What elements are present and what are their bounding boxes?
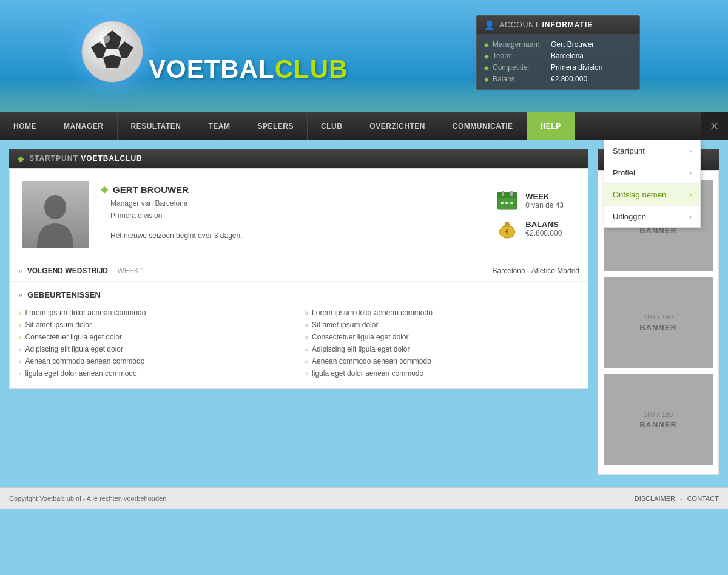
section-header: ◆ STARTPUNT VOETBALCLUB	[9, 149, 588, 168]
event-bullet-icon: »	[18, 322, 22, 328]
event-bullet-icon: »	[305, 370, 309, 377]
manager-value: Gert Brouwer	[551, 40, 594, 49]
events-bullet-icon: »	[18, 290, 22, 299]
nav-item-team[interactable]: TEAM	[195, 112, 244, 140]
account-box-header: 👤 ACCOUNT INFORMATIE	[477, 16, 639, 34]
account-team-row: ◆ Team: Barcelona	[484, 52, 632, 60]
profile-area: ◆ GERT BROUWER Manager van Barcelona Pri…	[10, 169, 588, 260]
list-item: »Aenean commodo aenean commodo	[305, 355, 580, 367]
account-manager-row: ◆ Managernaam: Gert Brouwer	[484, 40, 632, 49]
list-item: »Sit amet ipsum dolor	[18, 319, 293, 331]
section-header-text: STARTPUNT VOETBALCLUB	[29, 154, 143, 163]
svg-rect-12	[500, 202, 504, 204]
site-title-club: CLUB	[275, 55, 348, 83]
nav-item-resultaten[interactable]: RESULTATEN	[118, 112, 195, 140]
chevron-right-icon: ›	[689, 169, 692, 177]
list-item: »ligula eget dolor aenean commodo	[305, 367, 580, 379]
nav-item-spelers[interactable]: SPELERS	[244, 112, 308, 140]
footer-contact-link[interactable]: CONTACT	[687, 495, 719, 502]
list-item: »Lorem ipsum dolor aenean commodo	[18, 307, 293, 319]
bullet-icon: ◆	[484, 53, 489, 60]
nav-close-button[interactable]: ✕	[701, 112, 728, 140]
profile-role: Manager van Barcelona	[110, 197, 472, 209]
event-bullet-icon: »	[18, 346, 22, 353]
dropdown-item-startpunt[interactable]: Startpunt ›	[604, 140, 700, 162]
event-bullet-icon: »	[305, 334, 309, 341]
bullet-icon: ◆	[484, 76, 489, 83]
match-bullet-icon: »	[18, 267, 22, 275]
event-bullet-icon: »	[305, 346, 309, 353]
next-match-row: » VOLGEND WEDSTRIJD - WEEK 1 Barcelona -…	[10, 260, 588, 282]
bullet-icon: ◆	[484, 41, 489, 48]
chevron-right-icon: ›	[689, 191, 692, 199]
events-grid: »Lorem ipsum dolor aenean commodo »Sit a…	[18, 307, 579, 379]
list-item: »Consectetuer ligula eget dolor	[18, 331, 293, 343]
account-header-text: ACCOUNT INFORMATIE	[499, 21, 593, 29]
name-bullet-icon: ◆	[101, 184, 108, 195]
footer-copyright: Copyright Voetbalclub.nl - Alle rechten …	[9, 495, 166, 502]
next-match-value: Barcelona - Atletico Madrid	[493, 267, 579, 275]
team-value: Barcelona	[551, 52, 584, 60]
stats-area: WEEK 0 van de 43 €	[484, 181, 576, 248]
nav-item-communicatie[interactable]: COMMUNICATIE	[439, 112, 527, 140]
dropdown-item-profiel[interactable]: Profiel ›	[604, 162, 700, 184]
nav-item-help[interactable]: HELP	[527, 112, 575, 140]
nav-item-club[interactable]: CLUB	[308, 112, 356, 140]
help-dropdown: Startpunt › Profiel › Ontslag nemen › Ui…	[604, 140, 701, 228]
section-bullet-icon: ◆	[18, 154, 24, 163]
banner-3: 180 x 150 BANNER	[604, 374, 713, 465]
event-bullet-icon: »	[305, 358, 309, 365]
balance-stat: € BALANS €2.800.000	[496, 217, 564, 239]
list-item: »Consectetuer ligula eget dolor	[305, 331, 580, 343]
chevron-right-icon: ›	[689, 147, 692, 155]
event-bullet-icon: »	[305, 310, 309, 316]
chevron-right-icon: ›	[689, 213, 692, 221]
site-title: VOETBALCLUB	[149, 55, 348, 84]
week-stat: WEEK 0 van de 43	[496, 189, 564, 211]
account-info-box: 👤 ACCOUNT INFORMATIE ◆ Managernaam: Gert…	[476, 15, 640, 90]
svg-text:€: €	[506, 228, 510, 235]
list-item: »Adipiscing elit ligula eget dolor	[18, 343, 293, 355]
event-bullet-icon: »	[18, 370, 22, 377]
footer-links: DISCLAIMER - CONTACT	[635, 495, 719, 502]
balance-value: €2.800.000	[551, 75, 587, 83]
balance-stat-text: BALANS €2.800.000	[525, 220, 562, 237]
list-item: »Lorem ipsum dolor aenean commodo	[305, 307, 580, 319]
week-stat-text: WEEK 0 van de 43	[525, 192, 564, 209]
main-content-box: ◆ GERT BROUWER Manager van Barcelona Pri…	[9, 168, 588, 389]
competition-value: Primera division	[551, 63, 602, 72]
footer-separator: -	[680, 495, 682, 502]
footer: Copyright Voetbalclub.nl - Alle rechten …	[0, 487, 728, 509]
svg-rect-11	[510, 191, 513, 196]
profile-division: Primera division	[110, 209, 472, 222]
events-title: » GEBEURTENISSEN	[18, 290, 579, 299]
profile-name: ◆ GERT BROUWER	[101, 184, 472, 195]
list-item: »Aenean commodo aenean commodo	[18, 355, 293, 367]
svg-rect-14	[510, 202, 513, 204]
soccer-ball-icon	[79, 18, 146, 85]
dropdown-item-ontslag[interactable]: Ontslag nemen ›	[604, 184, 700, 206]
svg-point-6	[44, 195, 66, 219]
dropdown-item-uitloggen[interactable]: Uitloggen ›	[604, 206, 700, 227]
list-item: »Sit amet ipsum dolor	[305, 319, 580, 331]
svg-rect-10	[502, 191, 504, 196]
avatar	[22, 181, 89, 248]
nav-item-home[interactable]: HOME	[0, 112, 50, 140]
nav-item-manager[interactable]: MANAGER	[50, 112, 118, 140]
svg-rect-17	[505, 222, 509, 225]
list-item: »ligula eget dolor aenean commodo	[18, 367, 293, 379]
event-bullet-icon: »	[305, 322, 309, 328]
account-competition-row: ◆ Competitie: Primera division	[484, 63, 632, 72]
svg-rect-9	[497, 197, 517, 198]
week-icon	[496, 189, 518, 211]
footer-disclaimer-link[interactable]: DISCLAIMER	[635, 495, 675, 502]
list-item: »Adipiscing elit ligula eget dolor	[305, 343, 580, 355]
nav-item-overzichten[interactable]: OVERZICHTEN	[356, 112, 439, 140]
main-nav: HOME MANAGER RESULTATEN TEAM SPELERS CLU…	[0, 112, 728, 140]
svg-rect-13	[505, 202, 508, 204]
event-bullet-icon: »	[18, 358, 22, 365]
profile-info: ◆ GERT BROUWER Manager van Barcelona Pri…	[101, 181, 472, 248]
site-title-voetbal: VOETBAL	[149, 55, 275, 83]
balance-icon: €	[496, 217, 518, 239]
next-match-label: » VOLGEND WEDSTRIJD - WEEK 1	[18, 267, 145, 275]
